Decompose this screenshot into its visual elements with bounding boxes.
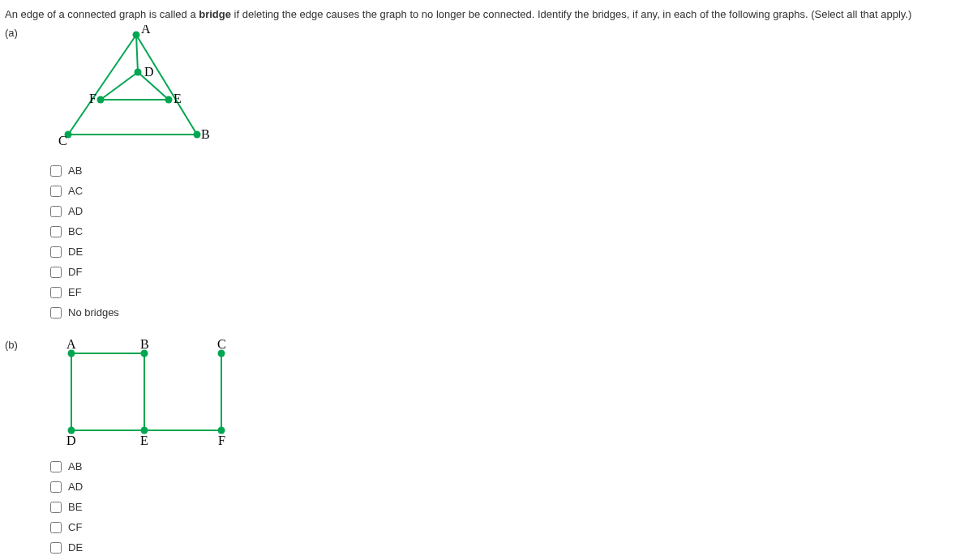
- option-label: EF: [68, 286, 82, 298]
- checkbox-a-AC[interactable]: [50, 186, 62, 197]
- checkbox-b-AB[interactable]: [50, 461, 62, 472]
- part-b: (b) A B C D E F: [5, 337, 968, 560]
- part-b-label: (b): [5, 337, 47, 351]
- checkbox-a-no-bridges[interactable]: [50, 307, 62, 318]
- option-row: DF: [50, 262, 968, 282]
- svg-text:E: E: [174, 92, 182, 105]
- svg-text:F: F: [218, 434, 225, 447]
- intro-pre: An edge of a connected graph is called a: [5, 8, 199, 20]
- checkbox-b-CF[interactable]: [50, 522, 62, 533]
- checkbox-a-EF[interactable]: [50, 287, 62, 298]
- svg-text:A: A: [141, 25, 151, 36]
- option-row: CF: [50, 517, 968, 537]
- svg-text:D: D: [66, 434, 76, 447]
- intro-post: if deleting the edge causes the graph to…: [231, 8, 911, 20]
- option-label: AD: [68, 205, 83, 217]
- option-row: AB: [50, 456, 968, 477]
- option-label: AD: [68, 481, 83, 493]
- option-row: DE: [50, 242, 968, 262]
- checkbox-b-DE[interactable]: [50, 542, 62, 554]
- checkbox-a-DE[interactable]: [50, 246, 62, 258]
- option-label: AB: [68, 460, 82, 472]
- option-label: DF: [68, 266, 82, 278]
- svg-text:D: D: [144, 65, 154, 79]
- intro-bold: bridge: [199, 8, 231, 20]
- svg-point-10: [135, 69, 142, 76]
- checkbox-b-BE[interactable]: [50, 502, 62, 513]
- svg-text:B: B: [140, 337, 149, 351]
- svg-point-7: [133, 32, 140, 39]
- svg-line-3: [136, 35, 138, 72]
- svg-text:E: E: [140, 434, 148, 447]
- graph-a: A B C D E F: [47, 25, 968, 157]
- svg-line-0: [136, 35, 197, 135]
- svg-text:C: C: [217, 337, 226, 351]
- svg-point-12: [97, 96, 105, 104]
- option-row: AD: [50, 201, 968, 221]
- checkbox-a-AB[interactable]: [50, 165, 62, 177]
- svg-line-1: [68, 35, 136, 135]
- option-label: CF: [68, 521, 82, 533]
- option-row: BC: [50, 221, 968, 242]
- part-a: (a) A B: [5, 25, 968, 323]
- option-label: BC: [68, 225, 83, 237]
- option-row: DE: [50, 537, 968, 558]
- part-b-content: A B C D E F AB AD BE CF: [47, 337, 968, 560]
- checkbox-a-AD[interactable]: [50, 206, 62, 217]
- option-row: AB: [50, 160, 968, 181]
- option-row: No bridges: [50, 302, 968, 323]
- option-label: AB: [68, 165, 82, 177]
- graph-b: A B C D E F: [47, 337, 968, 453]
- checkbox-a-DF[interactable]: [50, 267, 62, 278]
- svg-text:A: A: [66, 337, 76, 351]
- checkbox-b-AD[interactable]: [50, 481, 62, 493]
- option-label: BE: [68, 501, 82, 513]
- part-a-label: (a): [5, 25, 47, 39]
- option-label: AC: [68, 185, 83, 197]
- part-a-options: AB AC AD BC DE DF: [50, 160, 968, 323]
- option-row: EF: [50, 282, 968, 302]
- option-label: DE: [68, 541, 83, 554]
- svg-text:B: B: [201, 127, 210, 141]
- question-intro: An edge of a connected graph is called a…: [5, 8, 968, 20]
- option-row: AD: [50, 477, 968, 497]
- svg-text:F: F: [89, 92, 96, 105]
- option-row: BE: [50, 497, 968, 517]
- part-a-content: A B C D E F AB AC AD BC: [47, 25, 968, 323]
- svg-text:C: C: [58, 134, 67, 147]
- part-b-options: AB AD BE CF DE EF: [50, 456, 968, 560]
- svg-point-8: [194, 131, 201, 139]
- svg-point-11: [165, 96, 173, 104]
- option-label: DE: [68, 246, 83, 258]
- checkbox-a-BC[interactable]: [50, 226, 62, 237]
- svg-line-5: [101, 72, 138, 100]
- option-label: No bridges: [68, 306, 119, 318]
- option-row: AC: [50, 181, 968, 201]
